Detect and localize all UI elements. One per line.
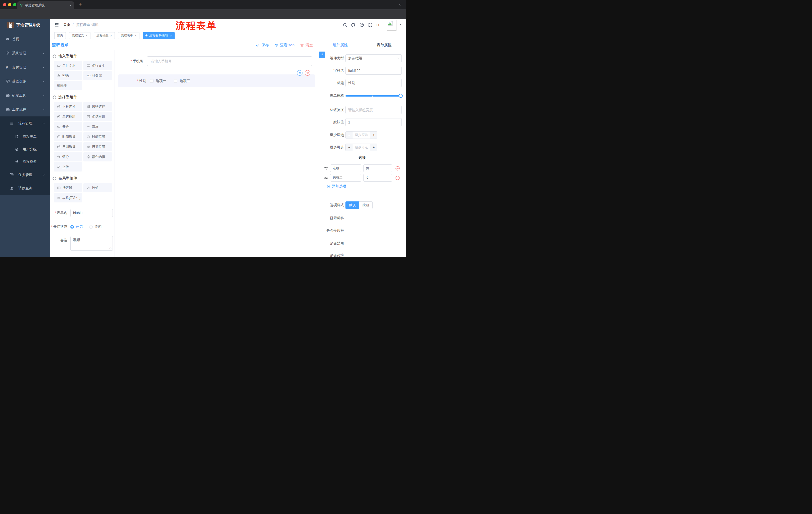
close-icon[interactable]: × (86, 34, 88, 37)
style-default-button[interactable]: 默认 (345, 201, 359, 209)
sidebar-item-process-form[interactable]: 流程表单 (0, 131, 50, 142)
close-icon[interactable]: × (170, 34, 172, 37)
increase-button[interactable]: + (370, 144, 377, 151)
sidebar-item-process-model[interactable]: 流程模型 (0, 156, 50, 167)
option-value-input[interactable] (363, 164, 392, 172)
collapse-sidebar-icon[interactable] (54, 22, 59, 27)
sidebar-item-user-group[interactable]: 用户分组 (0, 143, 50, 155)
sidebar-item-process-manage[interactable]: 流程管理 (0, 118, 50, 129)
form-grid-slider[interactable] (345, 92, 402, 100)
drag-handle-icon[interactable] (324, 176, 328, 180)
github-icon[interactable] (351, 23, 355, 27)
tab-tag-1[interactable]: 流程定义× (69, 32, 90, 39)
close-icon[interactable]: × (110, 34, 112, 37)
new-tab-button[interactable]: + (79, 1, 82, 7)
decrease-button[interactable]: − (346, 132, 353, 139)
add-option-button[interactable]: 添加选项 (327, 184, 346, 189)
comp-editor[interactable]: 编辑器 (54, 81, 82, 90)
comp-time-picker[interactable]: 时间选择 (54, 132, 82, 141)
status-off-radio[interactable]: 关闭 (89, 224, 102, 229)
sidebar-item-task-manage[interactable]: 任务管理 (0, 169, 50, 180)
option-label-input[interactable] (330, 164, 361, 172)
fullscreen-icon[interactable] (368, 23, 373, 27)
tab-form-props[interactable]: 表单属性 (362, 40, 406, 50)
comp-checkbox-group[interactable]: 多选框组 (83, 112, 112, 121)
sidebar-item-payment[interactable]: ¥支付管理 (0, 62, 50, 73)
sidebar-item-devtools[interactable]: 研发工具 (0, 90, 50, 101)
resize-handle-icon[interactable]: ⟋⟋ (109, 247, 112, 250)
comp-row-container[interactable]: 行容器 (54, 183, 82, 192)
selected-component-gender[interactable]: *性别 选项一 选项二 (118, 75, 315, 87)
gender-option1-checkbox[interactable]: 选项一 (150, 75, 166, 87)
sidebar-item-system[interactable]: 系统管理 (0, 48, 50, 59)
form-remark-textarea[interactable]: 嘿嘿 (70, 236, 113, 251)
tab-close-icon[interactable]: × (69, 3, 71, 7)
comp-select[interactable]: 下拉选择 (54, 102, 82, 111)
form-canvas[interactable]: *手机号 *性别 选项一 选项二 (115, 50, 318, 257)
delete-component-button[interactable] (305, 70, 310, 76)
comp-button[interactable]: 按钮 (83, 183, 112, 192)
tab-tag-2[interactable]: 流程模型× (94, 32, 115, 39)
drag-handle-icon[interactable] (324, 166, 328, 170)
font-size-icon[interactable]: TT (376, 23, 380, 27)
clear-button[interactable]: 清空 (300, 43, 313, 48)
comp-time-range[interactable]: 时间范围 (83, 132, 112, 141)
component-type-select[interactable]: 多选框组 (345, 54, 402, 62)
comp-upload[interactable]: 上传 (54, 162, 82, 171)
remove-option-icon[interactable] (395, 166, 400, 171)
comp-slider[interactable]: 滑块 (83, 122, 112, 131)
traffic-zoom-button[interactable] (13, 3, 16, 6)
help-icon[interactable] (359, 23, 364, 27)
comp-cascader[interactable]: 级联选择 (83, 102, 112, 111)
sidebar-item-home[interactable]: 首页 (0, 33, 50, 45)
avatar[interactable] (387, 20, 397, 31)
comp-table[interactable]: 表格[开发中] (54, 193, 82, 202)
form-name-input[interactable] (70, 209, 113, 217)
view-json-button[interactable]: 查看json (274, 43, 294, 48)
sidebar-item-workflow[interactable]: 工作流程 (0, 104, 50, 115)
tab-search-icon[interactable] (399, 3, 402, 6)
title-input[interactable] (345, 79, 402, 87)
comp-date-picker[interactable]: 日期选择 (54, 142, 82, 152)
field-name-input[interactable] (345, 66, 402, 75)
comp-password[interactable]: 密码 (54, 71, 82, 80)
label-width-input[interactable] (345, 106, 402, 114)
status-on-radio[interactable]: 开启 (70, 224, 83, 229)
search-icon[interactable] (343, 23, 347, 27)
sidebar-item-leave-query[interactable]: 请假查询 (0, 183, 50, 194)
comp-date-range[interactable]: 日期范围 (83, 142, 112, 152)
tab-tag-4[interactable]: 流程表单-编辑× (143, 32, 175, 39)
tab-tag-3[interactable]: 流程表单× (118, 32, 140, 39)
traffic-minimize-button[interactable] (8, 3, 11, 6)
comp-single-text[interactable]: 单行文本 (54, 61, 82, 70)
tab-component-props[interactable]: 组件属性 (318, 40, 362, 50)
tab-tag-0[interactable]: 首页 (54, 32, 66, 39)
comp-multi-text[interactable]: 多行文本 (83, 61, 112, 70)
traffic-close-button[interactable] (3, 3, 6, 6)
gender-option2-checkbox[interactable]: 选项二 (174, 75, 190, 87)
comp-switch[interactable]: 开关 (54, 122, 82, 131)
style-button-button[interactable]: 按钮 (359, 201, 373, 209)
min-select-input[interactable]: 至少应选 (353, 132, 370, 139)
phone-field-row[interactable]: *手机号 (115, 56, 312, 66)
comp-radio-group[interactable]: 单选框组 (54, 112, 82, 121)
browser-tab[interactable]: 芋道管理系统 × (17, 1, 74, 9)
slider-handle[interactable] (399, 94, 403, 98)
default-value-input[interactable] (345, 118, 402, 126)
remove-option-icon[interactable] (395, 175, 400, 180)
comp-color-picker[interactable]: 颜色选择 (83, 152, 112, 161)
breadcrumb-home[interactable]: 首页 (63, 23, 70, 27)
option-value-input[interactable] (363, 174, 392, 182)
save-button[interactable]: 保存 (256, 43, 269, 48)
sidebar-item-infra[interactable]: 基础设施 (0, 76, 50, 87)
decrease-button[interactable]: − (346, 144, 353, 151)
close-icon[interactable]: × (135, 34, 137, 37)
avatar-caret-icon[interactable]: ▾ (400, 23, 401, 26)
option-label-input[interactable] (330, 174, 361, 182)
max-select-input[interactable]: 最多可选 (353, 144, 370, 151)
copy-component-button[interactable] (297, 70, 302, 76)
comp-rate[interactable]: 评分 (54, 152, 82, 161)
increase-button[interactable]: + (370, 132, 377, 139)
comp-counter[interactable]: 123计数器 (83, 71, 112, 80)
phone-input[interactable] (147, 56, 312, 66)
